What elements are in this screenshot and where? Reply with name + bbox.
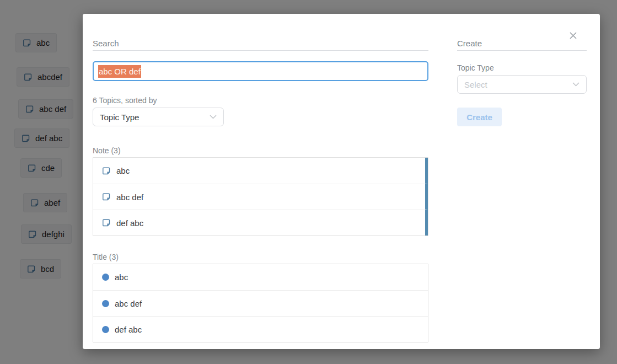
group-header-note: Note (3) [93, 146, 428, 155]
list-item-label: def abc [115, 325, 142, 334]
chevron-down-icon [572, 82, 580, 87]
list-item-label: abc [115, 272, 128, 282]
create-panel: Create Topic Type Select Create [457, 39, 587, 339]
list-item-label: abc [116, 166, 130, 175]
dot-icon [102, 274, 109, 281]
sort-select-value: Topic Type [100, 113, 139, 122]
title-topic-list: abc abc def def abc [93, 264, 428, 342]
list-item[interactable]: abc [93, 264, 428, 290]
group-header-title: Title (3) [93, 253, 428, 261]
list-item-label: def abc [116, 218, 143, 228]
search-create-dialog: Search abc OR def 6 Topics, sorted by To… [83, 14, 600, 349]
list-item[interactable]: abc [93, 158, 428, 184]
note-icon [102, 192, 111, 201]
list-item[interactable]: abc def [93, 184, 428, 210]
topic-type-select[interactable]: Select [457, 75, 587, 94]
topic-type-label: Topic Type [457, 63, 587, 72]
note-topic-list: abc abc def def abc [93, 157, 428, 236]
search-input[interactable]: abc OR def [93, 61, 428, 81]
note-icon [102, 218, 111, 227]
sort-select[interactable]: Topic Type [93, 108, 224, 126]
list-item-label: abc def [115, 299, 142, 308]
chevron-down-icon [210, 115, 217, 119]
list-item[interactable]: def abc [93, 316, 428, 342]
close-icon[interactable] [568, 30, 578, 40]
create-section-title: Create [457, 39, 587, 51]
search-input-selected-text: abc OR def [98, 65, 141, 78]
results-summary: 6 Topics, sorted by [93, 96, 428, 105]
topic-type-select-placeholder: Select [464, 80, 487, 89]
list-item[interactable]: def abc [93, 210, 428, 235]
search-section-title: Search [93, 39, 428, 51]
create-button[interactable]: Create [457, 108, 502, 126]
note-icon [102, 167, 111, 175]
search-panel: Search abc OR def 6 Topics, sorted by To… [93, 39, 428, 339]
list-item[interactable]: abc def [93, 290, 428, 316]
list-item-label: abc def [116, 192, 143, 202]
dot-icon [102, 300, 109, 307]
dot-icon [102, 326, 109, 333]
